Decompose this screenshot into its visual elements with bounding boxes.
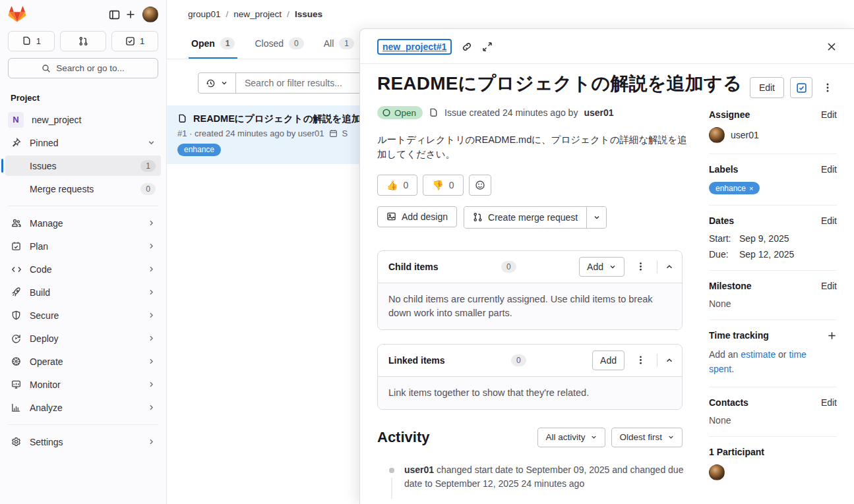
tab-open[interactable]: Open 1: [191, 28, 235, 59]
label-remove-icon[interactable]: ×: [749, 184, 753, 192]
recent-searches-dropdown[interactable]: [198, 73, 236, 93]
milestone-edit-button[interactable]: Edit: [821, 281, 837, 291]
shield-icon: [11, 310, 21, 320]
contacts-edit-button[interactable]: Edit: [821, 397, 837, 408]
sidebar-item-secure[interactable]: Secure: [5, 305, 161, 325]
thumbs-up-button[interactable]: 👍 0: [377, 175, 417, 196]
search-or-go-to[interactable]: Search or go to...: [8, 58, 158, 78]
issue-row-meta: #1 · created 24 minutes ago by user01: [177, 128, 324, 138]
sidebar-item-monitor[interactable]: Monitor: [5, 374, 161, 395]
sidebar-item-analyze[interactable]: Analyze: [5, 397, 161, 418]
breadcrumb-issues[interactable]: Issues: [295, 9, 322, 19]
user-avatar[interactable]: [142, 7, 158, 22]
mark-task-button[interactable]: [790, 77, 812, 98]
add-reaction-button[interactable]: [469, 175, 491, 196]
issue-options-menu[interactable]: [818, 82, 837, 94]
merge-request-icon: [78, 36, 88, 46]
participants-section: 1 Participant: [709, 437, 837, 493]
collapse-sidebar-button[interactable]: [106, 7, 123, 23]
issue-row-label-enhance[interactable]: enhance: [177, 144, 221, 156]
sidebar-item-operate[interactable]: Operate: [5, 351, 161, 372]
thumbs-down-button[interactable]: 👎 0: [423, 175, 463, 196]
child-items-add-button[interactable]: Add: [579, 257, 625, 277]
label-enhance[interactable]: enhance ×: [709, 182, 760, 194]
chart-icon: [11, 403, 21, 412]
sidebar-item-build[interactable]: Build: [5, 282, 161, 302]
edit-issue-button[interactable]: Edit: [750, 77, 784, 98]
issue-title: READMEにプロジェクトの解説を追加する: [377, 72, 744, 96]
add-design-button[interactable]: Add design: [377, 206, 457, 227]
reactions-row: 👍 0 👎 0: [377, 175, 683, 196]
issues-count-badge: 1: [140, 160, 156, 172]
sidebar-item-issues[interactable]: Issues 1: [5, 155, 161, 176]
kebab-menu-icon: [822, 82, 833, 94]
merge-requests-button[interactable]: [60, 31, 107, 51]
search-label: Search or go to...: [56, 63, 125, 73]
breadcrumb-group[interactable]: group01: [188, 9, 221, 19]
create-new-button[interactable]: [123, 7, 138, 22]
create-merge-request-dropdown[interactable]: [586, 207, 606, 228]
sidebar-item-manage[interactable]: Manage: [5, 213, 161, 233]
issue-sidebar: Assignee Edit user01 Labels Edit: [709, 106, 837, 493]
assigned-issues-button[interactable]: 1: [8, 31, 55, 51]
activity-entry: user01 changed start date to September 0…: [377, 463, 683, 491]
chevron-right-icon: [147, 334, 156, 343]
dates-title: Dates: [709, 215, 734, 226]
thumbs-down-icon: 👎: [432, 180, 443, 190]
assignee-name[interactable]: user01: [731, 130, 759, 140]
project-section-label: Project: [0, 81, 166, 108]
labels-edit-button[interactable]: Edit: [821, 164, 837, 175]
expand-drawer-button[interactable]: [482, 42, 493, 52]
issue-author[interactable]: user01: [584, 107, 613, 118]
dates-section: Dates Edit Start: Sep 9, 2025 Due:: [709, 206, 837, 271]
sidebar-item-plan[interactable]: Plan: [5, 236, 161, 256]
assigned-issues-count: 1: [36, 36, 41, 46]
milestone-title: Milestone: [709, 281, 752, 291]
child-items-options-menu[interactable]: [632, 261, 650, 272]
sidebar-item-merge-requests[interactable]: Merge requests 0: [5, 179, 161, 199]
code-label: Code: [30, 264, 51, 275]
settings-label: Settings: [30, 437, 63, 447]
time-tracking-add-button[interactable]: [827, 331, 837, 341]
sidebar-item-settings[interactable]: Settings: [5, 432, 161, 452]
tab-closed-label: Closed: [255, 38, 284, 49]
sidebar-item-code[interactable]: Code: [5, 259, 161, 279]
due-date-value: Sep 12, 2025: [739, 249, 794, 260]
tab-open-label: Open: [191, 38, 215, 49]
close-drawer-button[interactable]: [826, 42, 837, 52]
assignee-edit-button[interactable]: Edit: [821, 109, 837, 120]
estimate-link[interactable]: estimate: [741, 349, 776, 360]
chevron-right-icon: [147, 288, 156, 296]
sidebar-item-new-project[interactable]: N new_project: [5, 109, 161, 130]
chevron-down-icon: [667, 434, 675, 441]
activity-filter-dropdown[interactable]: All activity: [537, 428, 605, 447]
chevron-right-icon: [147, 357, 156, 366]
sidebar-item-deploy[interactable]: Deploy: [5, 328, 161, 349]
linked-items-add-button[interactable]: Add: [592, 350, 625, 370]
due-date-label: Due:: [709, 249, 739, 260]
sidebar-shortcuts: 1 1: [0, 26, 166, 53]
activity-sort-dropdown[interactable]: Oldest first: [611, 428, 683, 447]
search-icon: [42, 64, 51, 73]
todo-list-button[interactable]: 1: [111, 31, 158, 51]
assignee-avatar: [709, 127, 725, 143]
breadcrumb-project[interactable]: new_project: [233, 9, 282, 19]
participant-avatar[interactable]: [709, 464, 725, 480]
activity-entry-author[interactable]: user01: [404, 464, 434, 475]
linked-items-collapse-button[interactable]: [665, 356, 674, 365]
monitor-label: Monitor: [30, 379, 61, 390]
tab-all[interactable]: All 1: [324, 28, 354, 59]
sidebar-divider: [8, 424, 158, 425]
child-items-collapse-button[interactable]: [665, 262, 674, 271]
issue-created-text: Issue created 24 minutes ago by: [444, 107, 578, 118]
dates-edit-button[interactable]: Edit: [821, 215, 837, 226]
issues-icon: [22, 36, 32, 46]
gear-icon: [11, 437, 21, 447]
tab-closed[interactable]: Closed 0: [255, 28, 303, 59]
issue-reference-link[interactable]: new_project#1: [377, 39, 452, 55]
sidebar-item-pinned[interactable]: Pinned: [5, 132, 161, 153]
create-merge-request-button[interactable]: Create merge request: [464, 207, 586, 228]
linked-items-options-menu[interactable]: [632, 354, 650, 366]
copy-reference-button[interactable]: [462, 42, 472, 52]
time-tracking-suffix: .: [731, 364, 734, 374]
